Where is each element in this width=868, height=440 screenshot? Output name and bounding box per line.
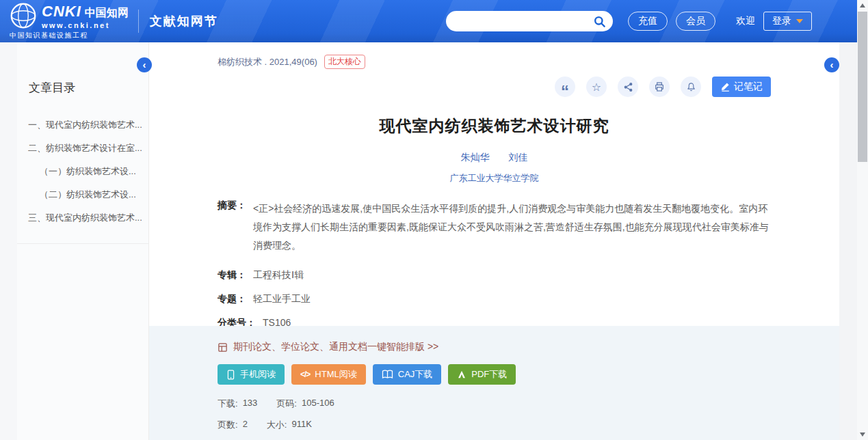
smart-typeset-label: 期刊论文、学位论文、通用文档一键智能排版 >> [233,341,438,353]
logo-brand-cn: 中国知网 [85,6,129,20]
sidebar-divider [17,243,148,244]
core-badge: 北大核心 [324,55,365,69]
caj-download-label: CAJ下载 [398,368,433,381]
author-link[interactable]: 刘佳 [508,152,527,163]
album-label: 专辑： [218,269,246,281]
member-button[interactable]: 会员 [676,12,715,31]
document-layout-icon [218,342,228,353]
toc-item-2-2[interactable]: （二）纺织装饰艺术设... [17,183,148,206]
login-label: 登录 [772,15,791,27]
affiliation-link[interactable]: 广东工业大学华立学院 [218,172,771,184]
toc-item-1[interactable]: 一、现代室内纺织装饰艺术... [17,113,148,137]
scroll-up-icon[interactable] [857,0,868,11]
author-link[interactable]: 朱灿华 [461,152,490,163]
share-icon[interactable] [618,77,638,97]
search-input[interactable] [446,16,593,27]
top-header: CNKI 中国知网 www.cnki.net 中国知识基础设施工程 文献知网节 … [0,0,857,42]
cnki-globe-icon [10,2,37,29]
toc-item-2[interactable]: 二、纺织装饰艺术设计在室... [17,137,148,160]
file-size-value: 911K [291,419,311,431]
html-read-button[interactable]: </> HTML阅读 [291,364,366,385]
stats-row-1: 下载:133 页码:105-106 [218,398,771,410]
search-box [446,11,613,31]
download-count-value: 133 [243,398,258,410]
favorite-star-icon[interactable]: ☆ [586,77,607,97]
search-icon[interactable] [593,15,606,28]
toc-sidebar: 文章目录 一、现代室内纺织装饰艺术... 二、纺织装饰艺术设计在室... （一）… [17,42,149,440]
print-icon[interactable] [649,77,670,97]
download-count-label: 下载: [218,398,238,410]
quote-icon[interactable]: “ [555,77,575,97]
toc-item-3[interactable]: 三、现代室内纺织装饰艺术... [17,206,148,230]
scroll-down-icon[interactable] [857,429,868,440]
smart-typeset-link[interactable]: 期刊论文、学位论文、通用文档一键智能排版 >> [218,341,438,353]
book-icon [382,370,393,379]
file-size-label: 大小: [267,419,287,431]
section-title: 文献知网节 [150,13,218,29]
topic-value[interactable]: 轻工业手工业 [253,293,311,305]
page-count-label: 页数: [218,419,238,431]
take-notes-label: 记笔记 [734,81,763,93]
scrollbar-thumb[interactable] [858,12,867,162]
pdf-icon [457,370,466,379]
chevron-down-icon [796,19,803,23]
phone-icon [226,370,235,380]
pencil-icon [720,82,730,92]
cnki-logo[interactable]: CNKI 中国知网 www.cnki.net 中国知识基础设施工程 [10,2,129,40]
code-icon: </> [300,370,310,379]
abstract-text: <正>社会经济的迅速发展,使中国民众生活水平得到质的提升,人们消费观念与审美能力… [253,200,771,255]
recharge-button[interactable]: 充值 [628,12,668,31]
journal-link[interactable]: 棉纺织技术 . 2021,49(06) [218,56,317,68]
header-divider [138,10,139,33]
article-footer: 期刊论文、学位论文、通用文档一键智能排版 >> 手机阅读 </> HTML阅读 … [149,326,839,440]
article-title: 现代室内纺织装饰艺术设计研究 [218,115,771,137]
logo-url: www.cnki.net [42,21,129,29]
article-panel: 棉纺织技术 . 2021,49(06) 北大核心 “ ☆ [149,42,839,440]
stats-row-2: 页数:2 大小:911K [218,419,771,431]
album-value: 工程科技Ⅰ辑 [253,269,304,281]
page-range-label: 页码: [276,398,297,410]
logo-wordmark: CNKI [42,3,81,20]
mobile-read-button[interactable]: 手机阅读 [218,364,285,385]
toc-title: 文章目录 [29,80,148,96]
take-notes-button[interactable]: 记笔记 [712,77,771,97]
logo-tagline: 中国知识基础设施工程 [10,31,129,40]
page-count-value: 2 [243,419,248,431]
right-gutter [839,42,857,440]
page-scrollbar[interactable] [857,0,868,440]
caj-download-button[interactable]: CAJ下载 [373,364,442,385]
topic-label: 专题： [218,293,246,305]
login-button[interactable]: 登录 [763,12,812,31]
pdf-download-label: PDF下载 [471,368,507,381]
mobile-read-label: 手机阅读 [240,368,276,381]
toc-item-2-1[interactable]: （一）纺织装饰艺术设... [17,160,148,183]
toc-list: 一、现代室内纺织装饰艺术... 二、纺织装饰艺术设计在室... （一）纺织装饰艺… [17,113,148,230]
page-range-value: 105-106 [302,398,334,410]
pdf-download-button[interactable]: PDF下载 [448,364,516,385]
welcome-label: 欢迎 [736,15,755,27]
html-read-label: HTML阅读 [315,368,356,381]
sidebar-collapse-button[interactable]: ‹ [137,57,152,72]
right-panel-collapse-button[interactable]: ‹ [824,57,839,72]
abstract-label: 摘要： [218,200,246,255]
author-list: 朱灿华 刘佳 [218,152,771,164]
alert-bell-icon[interactable] [681,77,701,97]
